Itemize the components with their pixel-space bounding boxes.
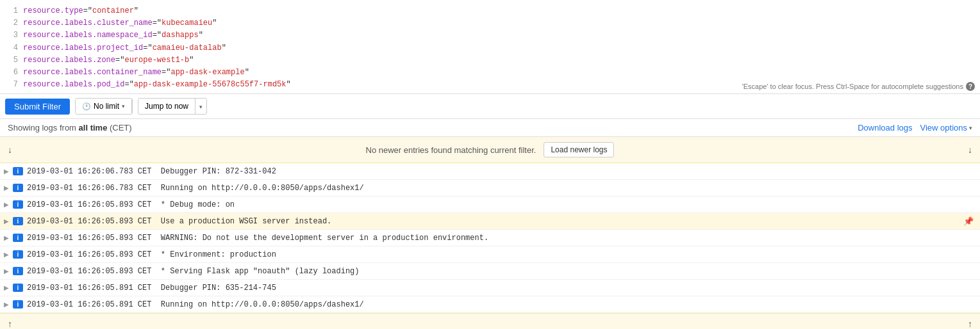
line-number: 5 bbox=[5, 54, 18, 67]
log-text: 2019-03-01 16:26:05.891 CET Running on h… bbox=[27, 300, 976, 309]
bottom-bar: ↑ ↑ bbox=[0, 313, 980, 329]
log-row: ▶i2019-03-01 16:26:05.893 CET * Environm… bbox=[0, 246, 980, 263]
scroll-down-left-icon: ↓ bbox=[8, 145, 12, 155]
info-badge[interactable]: i bbox=[13, 250, 23, 259]
info-badge[interactable]: i bbox=[13, 300, 23, 309]
filter-line-2: 2resource.labels.cluster_name="kubecamai… bbox=[5, 17, 975, 29]
log-row: ▶i2019-03-01 16:26:05.893 CET Use a prod… bbox=[0, 213, 980, 230]
filter-code-area[interactable]: 1resource.type="container"2resource.labe… bbox=[5, 3, 975, 93]
expand-arrow[interactable]: ▶ bbox=[4, 301, 10, 308]
log-row: ▶i2019-03-01 16:26:05.891 CET Debugger P… bbox=[0, 280, 980, 296]
code-text: resource.labels.zone="europe-west1-b" bbox=[23, 54, 194, 67]
filter-line-1: 1resource.type="container" bbox=[5, 5, 975, 17]
log-row: ▶i2019-03-01 16:26:05.893 CET WARNING: D… bbox=[0, 230, 980, 246]
info-badge[interactable]: i bbox=[13, 234, 23, 242]
code-text: resource.labels.container_name="app-dask… bbox=[23, 67, 249, 79]
pin-icon[interactable]: 📌 bbox=[963, 216, 974, 226]
scroll-up-right-icon: ↑ bbox=[968, 319, 972, 329]
log-text: 2019-03-01 16:26:05.893 CET WARNING: Do … bbox=[27, 234, 976, 243]
logs-header: Showing logs from all time (CET) Downloa… bbox=[0, 119, 980, 137]
log-row: ▶i2019-03-01 16:26:06.783 CET Running on… bbox=[0, 180, 980, 197]
expand-arrow[interactable]: ▶ bbox=[4, 201, 10, 208]
logs-header-right: Download logs View options ▾ bbox=[858, 123, 972, 132]
scroll-up-left-icon: ↑ bbox=[8, 319, 12, 329]
line-number: 2 bbox=[5, 17, 18, 29]
line-number: 4 bbox=[5, 42, 18, 54]
scroll-down-right-icon: ↓ bbox=[968, 145, 972, 155]
line-number: 7 bbox=[5, 79, 18, 91]
log-text: 2019-03-01 16:26:05.893 CET * Debug mode… bbox=[27, 200, 976, 209]
code-text: resource.labels.project_id="camaieu-data… bbox=[23, 42, 226, 54]
filter-editor: 1resource.type="container"2resource.labe… bbox=[0, 0, 980, 94]
expand-arrow[interactable]: ▶ bbox=[4, 218, 10, 225]
log-text: 2019-03-01 16:26:06.783 CET Debugger PIN… bbox=[27, 167, 976, 176]
log-entries-container: ▶i2019-03-01 16:26:06.783 CET Debugger P… bbox=[0, 163, 980, 313]
log-text: 2019-03-01 16:26:05.891 CET Debugger PIN… bbox=[27, 284, 976, 293]
jump-to-now-button[interactable]: Jump to now bbox=[138, 99, 195, 114]
expand-arrow[interactable]: ▶ bbox=[4, 184, 10, 191]
no-limit-group: 🕐 No limit ▾ bbox=[75, 98, 133, 115]
no-limit-label: No limit bbox=[94, 102, 119, 111]
hint-icon: ? bbox=[966, 82, 975, 91]
expand-arrow[interactable]: ▶ bbox=[4, 234, 10, 241]
code-text: resource.labels.namespace_id="dashapps" bbox=[23, 29, 203, 42]
jump-dropdown-arrow: ▾ bbox=[199, 104, 203, 110]
filter-line-5: 5resource.labels.zone="europe-west1-b" bbox=[5, 54, 975, 67]
hint-text: 'Escape' to clear focus. Press Ctrl-Spac… bbox=[742, 83, 963, 90]
info-badge[interactable]: i bbox=[13, 267, 23, 275]
clock-icon: 🕐 bbox=[82, 102, 91, 111]
view-options-label: View options bbox=[920, 123, 967, 132]
logs-header-left: Showing logs from all time (CET) bbox=[8, 123, 132, 132]
download-logs-link[interactable]: Download logs bbox=[858, 123, 912, 132]
jump-dropdown-button[interactable]: ▾ bbox=[195, 100, 206, 113]
code-text: resource.labels.cluster_name="kubecamaie… bbox=[23, 17, 217, 29]
no-newer-text: No newer entries found matching current … bbox=[366, 145, 536, 155]
expand-arrow[interactable]: ▶ bbox=[4, 284, 10, 291]
toolbar: Submit Filter 🕐 No limit ▾ Jump to now ▾ bbox=[0, 94, 980, 119]
log-text: 2019-03-01 16:26:05.893 CET Use a produc… bbox=[27, 217, 963, 226]
info-badge[interactable]: i bbox=[13, 217, 23, 225]
hint-bar: 'Escape' to clear focus. Press Ctrl-Spac… bbox=[742, 82, 975, 91]
showing-suffix: (CET) bbox=[107, 123, 131, 132]
log-row: ▶i2019-03-01 16:26:05.893 CET * Debug mo… bbox=[0, 197, 980, 213]
jump-to-now-group: Jump to now ▾ bbox=[138, 98, 207, 115]
filter-line-6: 6resource.labels.container_name="app-das… bbox=[5, 67, 975, 79]
load-newer-button[interactable]: Load newer logs bbox=[544, 142, 614, 157]
log-text: 2019-03-01 16:26:05.893 CET * Serving Fl… bbox=[27, 267, 976, 276]
log-row: ▶i2019-03-01 16:26:05.893 CET * Serving … bbox=[0, 263, 980, 280]
filter-line-3: 3resource.labels.namespace_id="dashapps" bbox=[5, 29, 975, 42]
log-row: ▶i2019-03-01 16:26:06.783 CET Debugger P… bbox=[0, 163, 980, 180]
view-options-button[interactable]: View options ▾ bbox=[920, 123, 972, 132]
view-options-dropdown-arrow: ▾ bbox=[969, 125, 972, 131]
submit-filter-button[interactable]: Submit Filter bbox=[5, 99, 70, 115]
info-badge[interactable]: i bbox=[13, 184, 23, 192]
no-limit-dropdown-arrow: ▾ bbox=[122, 103, 125, 109]
info-badge[interactable]: i bbox=[13, 167, 23, 175]
info-badge[interactable]: i bbox=[13, 200, 23, 209]
line-number: 3 bbox=[5, 29, 18, 42]
code-text: resource.labels.pod_id="app-dask-example… bbox=[23, 79, 291, 91]
log-text: 2019-03-01 16:26:05.893 CET * Environmen… bbox=[27, 250, 976, 259]
line-number: 1 bbox=[5, 5, 18, 17]
code-text: resource.type="container" bbox=[23, 5, 138, 17]
expand-arrow[interactable]: ▶ bbox=[4, 168, 10, 175]
line-number: 6 bbox=[5, 67, 18, 79]
no-limit-button[interactable]: 🕐 No limit ▾ bbox=[76, 99, 132, 114]
no-newer-bar: ↓ No newer entries found matching curren… bbox=[0, 137, 980, 163]
expand-arrow[interactable]: ▶ bbox=[4, 268, 10, 275]
log-text: 2019-03-01 16:26:06.783 CET Running on h… bbox=[27, 184, 976, 193]
info-badge[interactable]: i bbox=[13, 284, 23, 292]
filter-line-4: 4resource.labels.project_id="camaieu-dat… bbox=[5, 42, 975, 54]
showing-timespan: all time bbox=[79, 123, 108, 132]
expand-arrow[interactable]: ▶ bbox=[4, 251, 10, 258]
showing-prefix: Showing logs from bbox=[8, 123, 79, 132]
log-row: ▶i2019-03-01 16:26:05.891 CET Running on… bbox=[0, 296, 980, 313]
